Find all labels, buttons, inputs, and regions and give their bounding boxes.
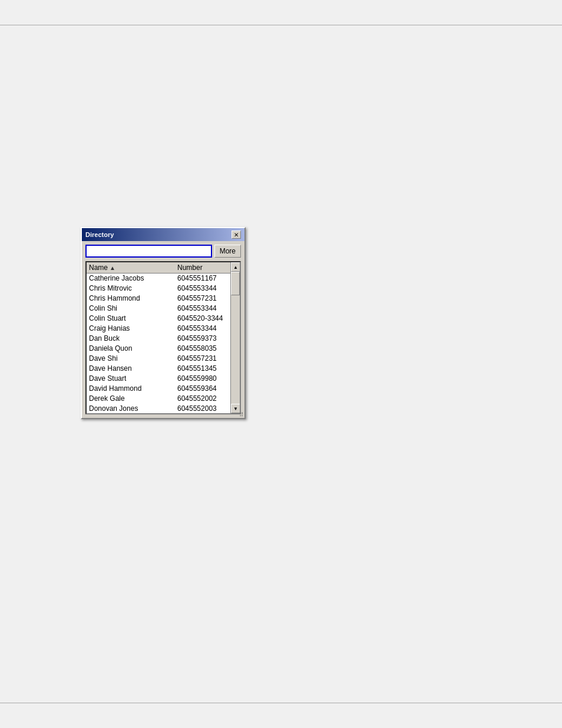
cell-name: Dan Buck <box>89 334 177 343</box>
search-input[interactable] <box>85 245 212 258</box>
cell-number: 6045552002 <box>177 394 228 403</box>
scroll-track <box>231 272 240 404</box>
table-row[interactable]: Chris Hammond6045557231 <box>87 294 230 304</box>
cell-name: Craig Hanias <box>89 324 177 333</box>
cell-name: Catherine Jacobs <box>89 274 177 283</box>
cell-number: 6045520-3344 <box>177 314 228 323</box>
cell-number: 6045553344 <box>177 284 228 293</box>
table-row[interactable]: Chris Mitrovic6045553344 <box>87 284 230 294</box>
table-row[interactable]: Dave Hansen6045551345 <box>87 364 230 374</box>
table-row[interactable]: David Hammond6045559364 <box>87 384 230 394</box>
scrollbar: ▲ ▼ <box>230 262 240 413</box>
cell-number: 6045557231 <box>177 294 228 303</box>
table-row[interactable]: Derek Gale6045552002 <box>87 394 230 404</box>
sort-arrow: ▲ <box>110 265 115 271</box>
table-row[interactable]: Colin Stuart6045520-3344 <box>87 314 230 324</box>
directory-dialog: Directory ✕ More Name ▲ Number Catherine… <box>81 227 246 419</box>
table-row-partial[interactable]: Donovan Jones6045552003 <box>87 404 230 413</box>
cell-number: 6045551167 <box>177 274 228 283</box>
cell-name-partial: Donovan Jones <box>89 404 177 413</box>
scroll-thumb[interactable] <box>231 272 240 295</box>
cell-name: Colin Stuart <box>89 314 177 323</box>
table-row[interactable]: Dave Shi6045557231 <box>87 354 230 364</box>
cell-number: 6045557231 <box>177 354 228 363</box>
cell-name: Daniela Quon <box>89 344 177 353</box>
table-row[interactable]: Daniela Quon6045558035 <box>87 344 230 354</box>
table-body: Catherine Jacobs6045551167Chris Mitrovic… <box>87 274 230 413</box>
cell-name: Chris Mitrovic <box>89 284 177 293</box>
name-column-header: Name ▲ <box>89 263 177 272</box>
table-header: Name ▲ Number <box>87 262 230 274</box>
dialog-titlebar: Directory ✕ <box>82 228 244 241</box>
table-row[interactable]: Craig Hanias6045553344 <box>87 324 230 334</box>
cell-name: Colin Shi <box>89 304 177 313</box>
cell-name: Derek Gale <box>89 394 177 403</box>
cell-number: 6045551345 <box>177 364 228 373</box>
number-column-header: Number <box>177 263 228 272</box>
cell-name: David Hammond <box>89 384 177 393</box>
cell-number-partial: 6045552003 <box>177 404 217 413</box>
table-row[interactable]: Colin Shi6045553344 <box>87 304 230 314</box>
cell-number: 6045559364 <box>177 384 228 393</box>
cell-number: 6045553344 <box>177 324 228 333</box>
top-divider <box>0 25 562 25</box>
cell-number: 6045553344 <box>177 304 228 313</box>
resize-handle[interactable]: ⠿ <box>237 411 244 418</box>
dialog-title: Directory <box>85 231 114 238</box>
cell-name: Dave Stuart <box>89 374 177 383</box>
dialog-body: More Name ▲ Number Catherine Jacobs60455… <box>82 241 244 418</box>
bottom-divider <box>0 703 562 703</box>
cell-name: Dave Hansen <box>89 364 177 373</box>
table-row[interactable]: Dan Buck6045559373 <box>87 334 230 344</box>
more-button[interactable]: More <box>214 245 241 258</box>
cell-name: Chris Hammond <box>89 294 177 303</box>
directory-table: Name ▲ Number Catherine Jacobs6045551167… <box>85 261 241 414</box>
table-row[interactable]: Dave Stuart6045559980 <box>87 374 230 384</box>
close-button[interactable]: ✕ <box>232 230 241 239</box>
table-row[interactable]: Catherine Jacobs6045551167 <box>87 274 230 284</box>
scroll-up-button[interactable]: ▲ <box>231 262 240 272</box>
cell-number: 6045559373 <box>177 334 228 343</box>
table-scroll-area: Name ▲ Number Catherine Jacobs6045551167… <box>87 262 230 413</box>
cell-number: 6045559980 <box>177 374 228 383</box>
cell-name: Dave Shi <box>89 354 177 363</box>
cell-number: 6045558035 <box>177 344 228 353</box>
search-row: More <box>85 245 241 258</box>
